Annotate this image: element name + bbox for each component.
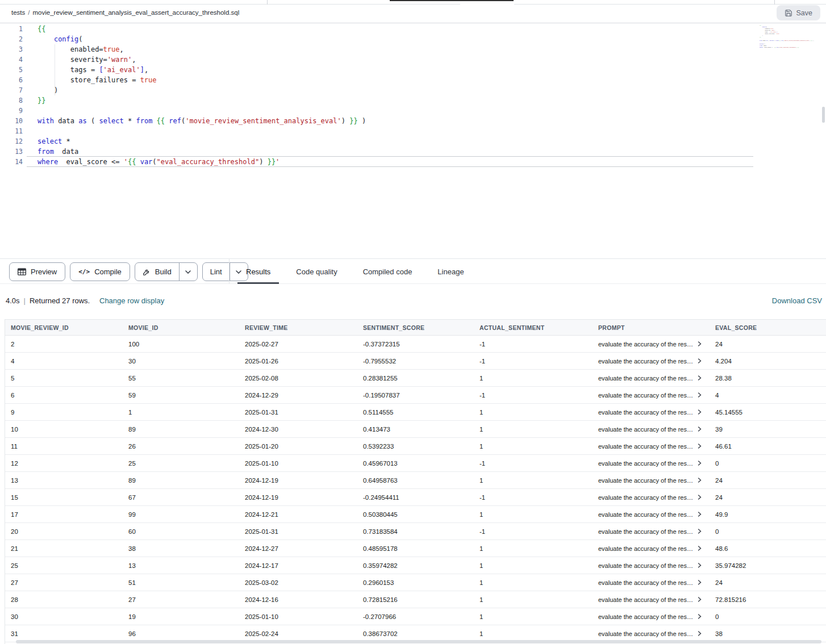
table-cell: 99 [123,511,239,518]
table-cell: 2024-12-19 [239,477,357,484]
table-row: 30192025-01-10-0.27079661evaluate the ac… [5,608,826,625]
table-cell: 19 [123,613,239,620]
expand-cell-icon[interactable] [698,563,702,568]
editor-minimap[interactable]: {{ config( enabled=true, severity='warn'… [760,24,823,98]
expand-cell-icon[interactable] [698,461,702,466]
expand-cell-icon[interactable] [698,529,702,534]
table-cell: 96 [123,630,239,637]
table-cell: 2025-01-10 [239,460,357,467]
table-row: 13892024-12-190.649587631evaluate the ac… [5,472,826,489]
expand-cell-icon[interactable] [698,614,702,619]
expand-cell-icon[interactable] [698,512,702,517]
expand-cell-icon[interactable] [698,392,702,398]
table-cell: 13 [5,477,123,484]
expand-cell-icon[interactable] [698,478,702,483]
table-cell: 0.5114555 [357,409,474,416]
build-split-button: Build [135,262,198,281]
expand-cell-icon[interactable] [698,409,702,415]
table-cell: 12 [5,460,123,467]
table-cell: -0.37372315 [357,341,474,348]
table-cell: 4 [5,358,123,365]
code-line[interactable]: enabled=true, [37,44,366,55]
change-row-display-link[interactable]: Change row display [99,296,164,305]
save-button[interactable]: Save [777,5,821,20]
table-cell: 0.35974282 [357,562,474,569]
horizontal-scrollbar[interactable] [16,640,821,643]
lint-button[interactable]: Lint [203,263,230,281]
table-cell: 25 [5,562,123,569]
table-cell: -1 [474,528,593,535]
code-line[interactable]: {{ [37,24,366,34]
tab-lineage[interactable]: Lineage [429,259,472,284]
prompt-text: evaluate the accuracy of the res… [598,341,693,348]
expand-cell-icon[interactable] [698,341,702,346]
table-cell: 30 [123,358,239,365]
table-cell: 45.14555 [710,409,823,416]
code-line[interactable]: store_failures = true [37,75,366,85]
expand-cell-icon[interactable] [698,597,702,602]
table-cell: 2024-12-27 [239,545,357,552]
table-cell: 2024-12-19 [239,494,357,501]
expand-cell-icon[interactable] [698,444,702,449]
download-csv-link[interactable]: Download CSV [772,296,822,305]
tab-results[interactable]: Results [237,259,279,284]
code-line[interactable]: }} [37,95,366,106]
sql-editor[interactable]: 1234567891011121314 {{ config( enabled=t… [0,23,826,258]
code-line[interactable]: from data [37,147,366,157]
code-line[interactable]: ) [37,85,366,95]
expand-cell-icon[interactable] [698,495,702,500]
build-button-label: Build [155,267,172,276]
chrome-tab-divider-2 [774,0,775,5]
expand-cell-icon[interactable] [698,375,702,380]
table-cell: 2024-12-17 [239,562,357,569]
table-cell: 0.64958763 [357,477,474,484]
preview-button[interactable]: Preview [9,262,65,281]
prompt-cell: evaluate the accuracy of the res… [593,562,710,569]
line-number: 3 [0,44,23,55]
prompt-text: evaluate the accuracy of the res… [598,443,693,450]
breadcrumb-folder[interactable]: tests [11,9,25,16]
table-cell: 2025-01-10 [239,613,357,620]
expand-cell-icon[interactable] [698,546,702,551]
prompt-cell: evaluate the accuracy of the res… [593,494,710,501]
code-line[interactable] [37,126,366,136]
table-cell: 28.38 [710,375,823,382]
editor-scrollbar[interactable] [822,107,825,123]
table-cell: 0 [710,613,823,620]
expand-cell-icon[interactable] [698,426,702,432]
table-cell: 0.45967013 [357,460,474,467]
prompt-cell: evaluate the accuracy of the res… [593,341,710,348]
minimap-content: {{ config( enabled=true, severity='warn'… [760,24,770,48]
code-line[interactable]: where eval_score <= '{{ var("eval_accura… [760,47,770,48]
line-number: 1 [0,24,23,34]
expand-cell-icon[interactable] [698,358,702,363]
code-line[interactable]: severity='warn', [37,55,366,65]
table-row: 28272024-12-160.728152161evaluate the ac… [5,591,826,608]
table-cell: 1 [474,579,593,586]
code-line[interactable] [37,106,366,116]
table-cell: -0.24954411 [357,494,474,501]
table-cell: 24 [710,477,823,484]
save-icon [785,9,792,17]
build-dropdown-button[interactable] [179,263,197,281]
tab-code-quality[interactable]: Code quality [287,259,345,284]
editor-code[interactable]: {{ config( enabled=true, severity='warn'… [37,24,366,167]
code-line[interactable]: with data as ( select * from {{ ref('mov… [37,116,366,126]
code-line[interactable]: with data as ( select * from {{ ref('mov… [760,40,770,41]
table-cell: 0.2960153 [357,579,474,586]
expand-cell-icon[interactable] [698,631,702,636]
table-cell: 51 [123,579,239,586]
code-line[interactable]: tags = ['ai_eval'], [37,65,366,75]
tab-compiled-code[interactable]: Compiled code [354,259,421,284]
code-line[interactable]: select * [37,136,366,147]
code-line[interactable]: where eval_score <= '{{ var("eval_accura… [37,157,366,167]
table-cell: 6 [5,392,123,399]
table-row: 20602025-01-310.73183584-1evaluate the a… [5,523,826,540]
build-button[interactable]: Build [135,263,179,281]
table-cell: 1 [474,477,593,484]
status-bar: 4.0s|Returned 27 rows. Change row displa… [0,284,826,319]
code-line[interactable]: config( [37,34,366,44]
compile-button[interactable]: </> Compile [70,262,130,281]
expand-cell-icon[interactable] [698,580,702,585]
table-cell: 35.974282 [710,562,823,569]
